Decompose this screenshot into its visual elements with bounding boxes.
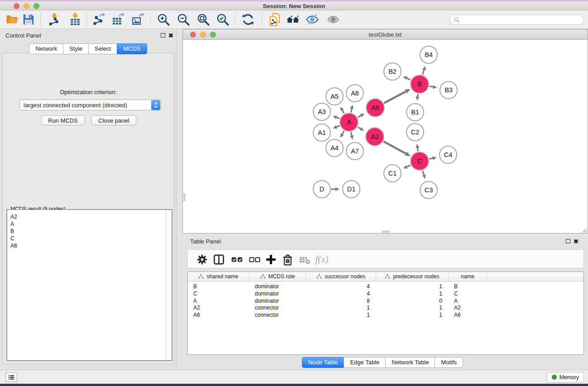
zoom-fit-icon[interactable] <box>196 12 211 27</box>
graph-node-A7[interactable]: A7 <box>346 143 363 160</box>
cell-shared-name[interactable]: B <box>188 283 249 291</box>
graph-edge-A-A4[interactable] <box>342 131 344 134</box>
show-graphics-details-icon[interactable] <box>325 12 341 27</box>
graph-edge-B-B3[interactable] <box>430 86 433 87</box>
graph-node-B1[interactable]: B1 <box>406 104 424 121</box>
graph-edge-C-C3[interactable] <box>423 171 424 175</box>
result-item-c[interactable]: C <box>10 235 172 242</box>
tab-motifs[interactable]: Motifs <box>435 357 463 368</box>
graph-edge-C-C4[interactable] <box>429 158 432 159</box>
result-item-a[interactable]: A <box>10 220 172 228</box>
cell-shared-name[interactable]: C <box>188 291 249 298</box>
cell-successor-nodes[interactable]: 1 <box>306 312 376 319</box>
close-panel-icon[interactable]: ✖ <box>168 33 173 38</box>
home-icon[interactable] <box>285 12 301 27</box>
resize-grip-icon[interactable] <box>581 227 587 233</box>
graph-edge-A2-C[interactable] <box>383 142 406 154</box>
cell-successor-nodes[interactable]: 8 <box>306 298 376 305</box>
export-table-icon[interactable] <box>110 12 126 27</box>
cell-MCDS-role[interactable]: connector <box>249 305 306 312</box>
graph-node-C3[interactable]: C3 <box>420 181 437 199</box>
search-input[interactable] <box>462 16 583 24</box>
search-field[interactable] <box>449 14 584 25</box>
table-row-a[interactable]: Adominator80A <box>188 298 583 305</box>
graph-node-B4[interactable]: B4 <box>420 46 437 63</box>
graph-edge-A-A1[interactable] <box>337 126 340 127</box>
cell-name[interactable]: C <box>449 291 487 298</box>
table-row-a6[interactable]: A6connector11A6 <box>188 312 583 319</box>
cell-predecessor-nodes[interactable]: 1 <box>376 312 449 319</box>
overview-toggle-handle[interactable] <box>182 194 185 201</box>
duplicate-network-icon[interactable] <box>267 12 282 27</box>
mcds-result-list[interactable]: A2ABCA6 <box>7 210 172 361</box>
save-session-icon[interactable] <box>21 12 36 27</box>
open-session-icon[interactable] <box>5 12 20 27</box>
cell-predecessor-nodes[interactable]: 1 <box>376 305 449 312</box>
run-mcds-button[interactable]: Run MCDS <box>41 115 85 125</box>
cell-successor-nodes[interactable]: 4 <box>306 291 376 298</box>
graph-node-D1[interactable]: D1 <box>343 181 360 198</box>
zoom-out-icon[interactable] <box>176 12 191 27</box>
graph-node-C2[interactable]: C2 <box>406 124 424 141</box>
graph-edge-A-A3[interactable] <box>337 118 340 119</box>
table-row-c[interactable]: Cdominator41C <box>188 291 583 298</box>
graph-node-A[interactable]: A <box>340 113 358 131</box>
result-item-b[interactable]: B <box>10 228 172 235</box>
column-settings-gear-icon[interactable] <box>195 252 209 267</box>
graph-node-A4[interactable]: A4 <box>326 139 343 157</box>
tab-node-table[interactable]: Node Table <box>302 357 344 368</box>
close-panel-button[interactable]: Close panel <box>91 115 136 125</box>
task-history-button[interactable] <box>5 372 17 382</box>
graph-node-A1[interactable]: A1 <box>313 124 330 141</box>
zoom-selected-icon[interactable] <box>215 12 230 27</box>
cell-predecessor-nodes[interactable]: 1 <box>376 283 449 291</box>
import-table-icon[interactable] <box>67 12 83 27</box>
cell-shared-name[interactable]: A2 <box>188 305 249 312</box>
graph-edge-B-B1[interactable] <box>418 94 418 97</box>
function-builder-icon[interactable]: f(x) <box>315 252 329 267</box>
graph-node-A6[interactable]: A6 <box>366 99 384 117</box>
table-row-b[interactable]: Bdominator41B <box>188 283 583 291</box>
tab-style[interactable]: Style <box>63 43 89 54</box>
deselect-all-icon[interactable] <box>247 252 262 267</box>
result-item-a6[interactable]: A6 <box>10 242 172 249</box>
column-header-MCDS-role[interactable]: MCDS role <box>249 272 306 281</box>
tab-edge-table[interactable]: Edge Table <box>344 357 386 368</box>
column-header-predecessor-nodes[interactable]: predecessor nodes <box>376 272 449 281</box>
cell-name[interactable]: A2 <box>449 305 487 312</box>
float-table-panel-icon[interactable] <box>566 239 570 243</box>
graph-node-A8[interactable]: A8 <box>346 85 363 102</box>
zoom-in-icon[interactable] <box>156 12 171 27</box>
add-column-icon[interactable] <box>263 252 278 267</box>
cell-shared-name[interactable]: A6 <box>188 312 249 319</box>
column-header-name[interactable]: name <box>449 272 487 281</box>
result-item-a2[interactable]: A2 <box>10 213 172 220</box>
split-panel-icon[interactable] <box>211 252 226 267</box>
graph-node-A3[interactable]: A3 <box>313 103 330 120</box>
result-list-scrollbar[interactable] <box>166 210 172 360</box>
graph-edge-A-A8[interactable] <box>351 109 352 112</box>
select-all-icon[interactable] <box>229 252 244 267</box>
graph-node-C1[interactable]: C1 <box>384 165 401 182</box>
export-network-icon[interactable] <box>91 12 107 27</box>
graph-node-A5[interactable]: A5 <box>326 88 343 105</box>
node-table[interactable]: shared nameMCDS rolesuccessor nodesprede… <box>187 272 584 355</box>
graph-edge-A6-B[interactable] <box>384 91 406 103</box>
cell-successor-nodes[interactable]: 4 <box>306 283 376 291</box>
tab-network[interactable]: Network <box>29 43 63 54</box>
export-image-icon[interactable] <box>130 12 146 27</box>
table-row-a2[interactable]: A2connector11A2 <box>188 305 583 312</box>
cell-name[interactable]: B <box>449 283 487 291</box>
graph-node-D[interactable]: D <box>313 181 330 198</box>
graph-edge-B-B4[interactable] <box>422 70 424 75</box>
optimization-criterion-select[interactable]: largest connected component (directed) <box>19 100 161 110</box>
graph-node-B2[interactable]: B2 <box>384 63 401 80</box>
column-header-successor-nodes[interactable]: successor nodes <box>306 272 376 281</box>
graph-edge-C-C2[interactable] <box>417 148 418 152</box>
graph-edge-A-A2[interactable] <box>358 127 360 129</box>
cell-predecessor-nodes[interactable]: 0 <box>376 298 449 305</box>
cell-name[interactable]: A <box>449 298 487 305</box>
delete-table-icon[interactable] <box>297 252 312 267</box>
import-network-icon[interactable] <box>47 12 62 27</box>
graph-node-A2[interactable]: A2 <box>366 128 384 146</box>
